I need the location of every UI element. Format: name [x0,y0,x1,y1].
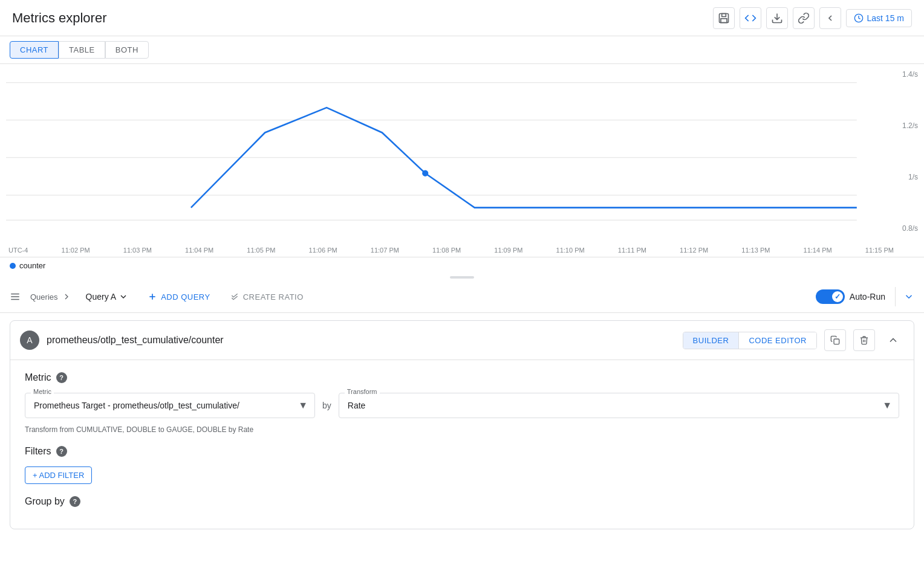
y-label-3: 1/s [902,173,918,181]
breadcrumb-chevron-icon [62,292,71,302]
view-tabs: CHART TABLE BOTH [0,36,924,64]
add-query-label: ADD QUERY [161,292,210,302]
query-bar: Queries Query A ADD QUERY CREATE RATIO ✓ [0,281,924,313]
filters-label: Filters [25,446,51,457]
add-filter-label: + ADD FILTER [33,471,84,480]
breadcrumb: Queries [30,292,71,302]
svg-rect-1 [721,13,726,16]
header-actions: Last 15 m [713,7,912,29]
x-label-1: 11:03 PM [123,247,152,254]
filters-section-title: Filters ? [25,446,899,457]
x-label-8: 11:10 PM [556,247,585,254]
query-body: Metric ? Metric Prometheus Target - prom… [10,360,914,529]
x-label-0: 11:02 PM [62,247,90,254]
y-label-1: 1.4/s [902,70,918,79]
queries-icon [10,291,21,302]
svg-rect-16 [834,339,839,344]
query-panel-scroll[interactable]: Metric ? Metric Prometheus Target - prom… [10,360,914,529]
tab-table[interactable]: TABLE [59,41,105,59]
duplicate-icon [830,335,840,345]
query-name-dropdown[interactable]: Query A [81,289,134,304]
add-query-icon [148,292,157,302]
chart-legend: counter [0,257,924,274]
chart-area: 1.4/s 1.2/s 1/s 0.8/s UTC-4 11:02 PM 11:… [0,64,924,257]
back-button[interactable] [819,7,841,29]
y-label-2: 1.2/s [902,121,918,130]
header: Metrics explorer [0,0,924,36]
x-label-7: 11:09 PM [494,247,522,254]
filters-section: Filters ? + ADD FILTER [25,446,899,484]
metric-field-label: Metric [31,388,54,395]
group-by-section: Group by ? [25,496,899,507]
query-name-label: Query A [86,292,117,302]
metric-help-icon[interactable]: ? [56,372,67,383]
create-ratio-icon [230,292,239,302]
x-label-5: 11:07 PM [371,247,399,254]
collapse-icon [903,291,914,302]
group-by-section-title: Group by ? [25,496,899,507]
delete-icon [859,335,869,345]
query-panel-header: A prometheus/otlp_test_cumulative/counte… [10,321,914,360]
query-path: prometheus/otlp_test_cumulative/counter [47,335,675,346]
x-label-11: 11:13 PM [741,247,770,254]
download-button[interactable] [766,7,788,29]
add-query-button[interactable]: ADD QUERY [143,289,215,304]
toggle-track: ✓ [816,289,845,304]
by-label: by [322,401,331,410]
transform-field: Transform Rate ▼ [339,393,899,418]
metric-row: Metric Prometheus Target - prometheus/ot… [25,393,899,418]
tab-chart[interactable]: CHART [10,41,59,59]
code-button[interactable] [740,7,761,29]
tab-both[interactable]: BOTH [105,41,149,59]
auto-run-toggle[interactable]: ✓ [816,289,845,304]
time-range-button[interactable]: Last 15 m [846,9,912,27]
metric-select[interactable]: Prometheus Target - prometheus/otlp_test… [25,393,315,418]
transform-description: Transform from CUMULATIVE, DOUBLE to GAU… [25,425,899,434]
resize-handle[interactable] [0,274,924,281]
query-mode-buttons: BUILDER CODE EDITOR [683,332,817,349]
link-button[interactable] [793,7,815,29]
transform-select[interactable]: Rate [339,393,899,418]
transform-field-label: Transform [345,388,380,395]
query-avatar: A [20,331,39,350]
query-name-chevron-icon [119,292,128,302]
x-label-13: 11:15 PM [865,247,894,254]
metric-label: Metric [25,372,51,383]
delete-query-button[interactable] [853,329,875,351]
query-avatar-letter: A [27,335,32,345]
toggle-thumb: ✓ [832,291,843,302]
page-title: Metrics explorer [12,10,106,26]
filters-help-icon[interactable]: ? [56,446,67,457]
metric-field: Metric Prometheus Target - prometheus/ot… [25,393,315,418]
x-label-12: 11:14 PM [804,247,832,254]
chart-x-axis: UTC-4 11:02 PM 11:03 PM 11:04 PM 11:05 P… [8,247,894,254]
x-label-9: 11:11 PM [618,247,646,254]
code-editor-mode-button[interactable]: CODE EDITOR [739,332,816,349]
legend-label: counter [19,261,45,270]
query-panel-collapse-button[interactable] [882,329,904,351]
create-ratio-button[interactable]: CREATE RATIO [225,289,308,304]
chart-svg [6,70,894,233]
y-label-4: 0.8/s [902,224,918,233]
x-label-2: 11:04 PM [185,247,213,254]
builder-mode-button[interactable]: BUILDER [683,332,740,349]
metric-section-title: Metric ? [25,372,899,383]
query-collapse-icon [887,334,899,346]
legend-dot [10,263,16,269]
group-by-label: Group by [25,496,65,507]
x-label-3: 11:05 PM [247,247,275,254]
collapse-query-bar-button[interactable] [895,287,914,306]
x-label-10: 11:12 PM [680,247,708,254]
save-button[interactable] [713,7,735,29]
create-ratio-label: CREATE RATIO [243,292,304,302]
group-by-help-icon[interactable]: ? [70,496,80,507]
add-filter-button[interactable]: + ADD FILTER [25,466,92,484]
toggle-check-icon: ✓ [835,292,841,301]
timezone-label: UTC-4 [8,247,28,254]
auto-run-label: Auto-Run [850,292,885,302]
query-panel: A prometheus/otlp_test_cumulative/counte… [10,320,914,529]
svg-rect-2 [721,18,727,22]
duplicate-query-button[interactable] [824,329,846,351]
chart-y-labels: 1.4/s 1.2/s 1/s 0.8/s [902,70,918,233]
svg-point-10 [422,170,428,176]
